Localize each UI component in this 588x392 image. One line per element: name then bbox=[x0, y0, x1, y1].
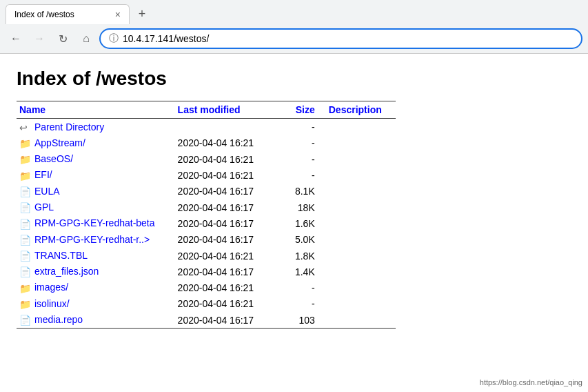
close-tab-button[interactable]: × bbox=[115, 9, 121, 20]
active-tab[interactable]: Index of /westos × bbox=[6, 4, 130, 24]
file-link[interactable]: EULA bbox=[34, 186, 60, 197]
reload-button[interactable]: ↻ bbox=[52, 28, 73, 49]
sort-by-size-link[interactable]: Size bbox=[296, 104, 315, 115]
file-link[interactable]: GPL bbox=[34, 202, 54, 213]
file-name-cell: 📁AppStream/ bbox=[17, 135, 175, 151]
address-text: 10.4.17.141/westos/ bbox=[123, 33, 573, 44]
parent-dir-icon: ↩ bbox=[19, 122, 32, 133]
table-row: 📁EFI/ 2020-04-04 16:21 - bbox=[17, 167, 396, 183]
file-size-cell: - bbox=[290, 151, 326, 167]
file-name-cell: 📄GPL bbox=[17, 199, 175, 215]
file-size-cell: - bbox=[290, 280, 326, 295]
file-description-cell bbox=[326, 199, 396, 215]
file-name-cell: 📁isolinux/ bbox=[17, 296, 175, 312]
file-link[interactable]: BaseOS/ bbox=[34, 153, 73, 164]
table-row: 📄media.repo 2020-04-04 16:17 103 bbox=[17, 312, 396, 329]
sort-by-modified-link[interactable]: Last modified bbox=[178, 104, 241, 115]
file-size-cell: 1.4K bbox=[290, 264, 326, 280]
tab-bar: Index of /westos × + bbox=[0, 0, 588, 24]
file-description-cell bbox=[326, 167, 396, 183]
binary-file-icon: 📄 bbox=[19, 219, 32, 230]
file-size-cell: - bbox=[290, 119, 326, 135]
file-name-cell: 📄extra_files.json bbox=[17, 264, 175, 280]
file-link[interactable]: Parent Directory bbox=[34, 121, 104, 133]
folder-icon: 📁 bbox=[19, 283, 32, 294]
col-header-name: Name bbox=[17, 101, 175, 119]
back-button[interactable]: ← bbox=[6, 28, 26, 49]
binary-file-icon: 📄 bbox=[19, 315, 32, 326]
col-header-size: Size bbox=[290, 101, 326, 119]
file-size-cell: - bbox=[290, 135, 326, 151]
page-title: Index of /westos bbox=[17, 68, 571, 90]
tab-title: Index of /westos bbox=[14, 10, 110, 19]
file-modified-cell: 2020-04-04 16:17 bbox=[175, 312, 290, 329]
file-size-cell: - bbox=[290, 167, 326, 183]
home-button[interactable]: ⌂ bbox=[76, 28, 97, 49]
file-description-cell bbox=[326, 264, 396, 280]
file-size-cell: 1.8K bbox=[290, 248, 326, 264]
file-name-cell: 📁images/ bbox=[17, 280, 175, 295]
file-link[interactable]: AppStream/ bbox=[34, 137, 85, 148]
folder-icon: 📁 bbox=[19, 170, 32, 182]
file-size-cell: 5.0K bbox=[290, 232, 326, 248]
file-size-cell: 1.6K bbox=[290, 215, 326, 231]
table-row: ↩Parent Directory - bbox=[17, 119, 396, 135]
file-description-cell bbox=[326, 184, 396, 199]
file-size-cell: 18K bbox=[290, 199, 326, 215]
file-description-cell bbox=[326, 280, 396, 295]
file-modified-cell: 2020-04-04 16:17 bbox=[175, 264, 290, 280]
file-modified-cell: 2020-04-04 16:21 bbox=[175, 151, 290, 167]
file-modified-cell: 2020-04-04 16:21 bbox=[175, 248, 290, 264]
file-link[interactable]: RPM-GPG-KEY-redhat-r..> bbox=[34, 234, 150, 245]
new-tab-button[interactable]: + bbox=[132, 5, 152, 24]
file-modified-cell: 2020-04-04 16:17 bbox=[175, 215, 290, 231]
table-row: 📄RPM-GPG-KEY-redhat-beta 2020-04-04 16:1… bbox=[17, 215, 396, 231]
file-description-cell bbox=[326, 248, 396, 264]
forward-button[interactable]: → bbox=[29, 28, 50, 49]
file-link[interactable]: extra_files.json bbox=[34, 266, 99, 277]
table-row: 📄GPL 2020-04-04 16:17 18K bbox=[17, 199, 396, 215]
table-row: 📄extra_files.json 2020-04-04 16:17 1.4K bbox=[17, 264, 396, 280]
sort-by-name-link[interactable]: Name bbox=[19, 104, 45, 115]
file-description-cell bbox=[326, 232, 396, 248]
file-icon: 📄 bbox=[19, 235, 32, 246]
file-name-cell: 📄TRANS.TBL bbox=[17, 248, 175, 264]
col-header-description: Description bbox=[326, 101, 396, 119]
table-row: 📁AppStream/ 2020-04-04 16:21 - bbox=[17, 135, 396, 151]
browser-chrome: Index of /westos × + ← → ↻ ⌂ ⓘ 10.4.17.1… bbox=[0, 0, 588, 54]
nav-bar: ← → ↻ ⌂ ⓘ 10.4.17.141/westos/ bbox=[0, 24, 588, 53]
file-link[interactable]: media.repo bbox=[34, 314, 83, 325]
table-row: 📄TRANS.TBL 2020-04-04 16:21 1.8K bbox=[17, 248, 396, 264]
file-name-cell: 📁BaseOS/ bbox=[17, 151, 175, 167]
table-row: 📄RPM-GPG-KEY-redhat-r..> 2020-04-04 16:1… bbox=[17, 232, 396, 248]
security-info-icon: ⓘ bbox=[109, 32, 119, 45]
file-modified-cell bbox=[175, 119, 290, 135]
file-modified-cell: 2020-04-04 16:17 bbox=[175, 232, 290, 248]
page-content: Index of /westos Name Last modified Size… bbox=[0, 54, 588, 343]
table-row: 📄EULA 2020-04-04 16:17 8.1K bbox=[17, 184, 396, 199]
file-link[interactable]: RPM-GPG-KEY-redhat-beta bbox=[34, 217, 155, 228]
sort-by-description-link[interactable]: Description bbox=[329, 104, 382, 115]
file-icon: 📄 bbox=[19, 266, 32, 277]
file-name-cell: 📄RPM-GPG-KEY-redhat-beta bbox=[17, 215, 175, 231]
file-link[interactable]: isolinux/ bbox=[34, 298, 70, 309]
address-bar[interactable]: ⓘ 10.4.17.141/westos/ bbox=[99, 28, 582, 49]
file-description-cell bbox=[326, 151, 396, 167]
file-modified-cell: 2020-04-04 16:17 bbox=[175, 184, 290, 199]
file-modified-cell: 2020-04-04 16:21 bbox=[175, 167, 290, 183]
file-link[interactable]: TRANS.TBL bbox=[34, 250, 88, 261]
file-modified-cell: 2020-04-04 16:21 bbox=[175, 280, 290, 295]
file-size-cell: - bbox=[290, 296, 326, 312]
file-description-cell bbox=[326, 312, 396, 329]
file-description-cell bbox=[326, 119, 396, 135]
table-row: 📁BaseOS/ 2020-04-04 16:21 - bbox=[17, 151, 396, 167]
table-row: 📁isolinux/ 2020-04-04 16:21 - bbox=[17, 296, 396, 312]
file-link[interactable]: images/ bbox=[34, 282, 68, 293]
folder-icon: 📁 bbox=[19, 138, 32, 149]
file-name-cell: 📄RPM-GPG-KEY-redhat-r..> bbox=[17, 232, 175, 248]
file-name-cell: 📄EULA bbox=[17, 184, 175, 199]
folder-icon: 📁 bbox=[19, 154, 32, 165]
file-link[interactable]: EFI/ bbox=[34, 169, 52, 180]
file-description-cell bbox=[326, 135, 396, 151]
file-size-cell: 8.1K bbox=[290, 184, 326, 199]
